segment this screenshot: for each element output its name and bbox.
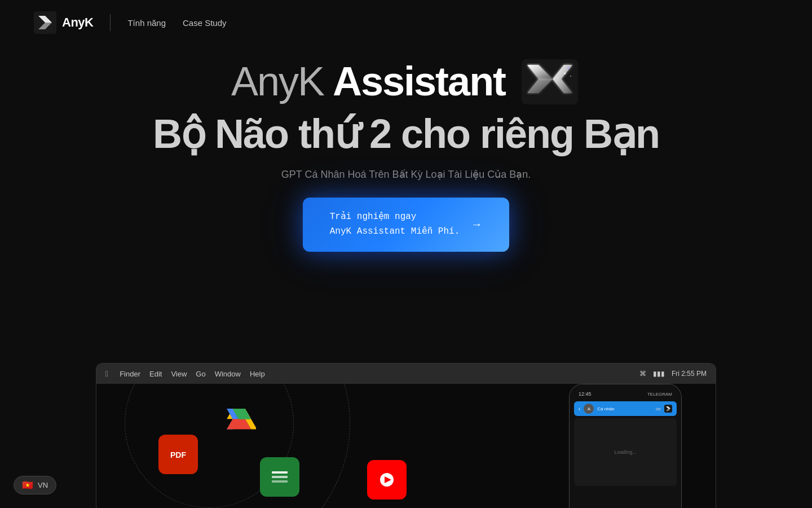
svg-rect-10 [272, 480, 288, 483]
logo[interactable]: AnyK [34, 11, 93, 34]
titlebar-menu:  Finder Edit View Go Window Help [105, 369, 635, 378]
svg-point-3 [564, 73, 566, 75]
menu-view[interactable]: View [166, 370, 191, 378]
flag-icon: 🇻🇳 [22, 480, 33, 491]
logo-icon [34, 11, 56, 34]
hero-cta-text: Trải nghiệm ngay AnyK Assistant Miễn Phí… [330, 210, 460, 239]
app-icon-youtube [367, 460, 407, 500]
menu-go[interactable]: Go [191, 370, 210, 378]
mockup-content: PDF [96, 384, 716, 508]
mockup-titlebar:  Finder Edit View Go Window Help ⌘ ▮▮▮ … [96, 364, 716, 384]
cta-arrow-icon: → [471, 218, 482, 231]
navbar-links: Tính năng Case Study [127, 18, 226, 28]
hero-cta-line1: Trải nghiệm ngay [330, 210, 460, 225]
wifi-icon: ⌘ [639, 370, 646, 378]
svg-point-4 [570, 76, 571, 77]
phone-loading-text: Loading... [614, 449, 637, 455]
hero-brand: AnyK [231, 59, 324, 104]
app-icons-area: PDF [96, 384, 716, 508]
back-icon: ‹ [579, 406, 580, 412]
menu-dots: de [656, 406, 661, 411]
titlebar-right: ⌘ ▮▮▮ Fri 2:55 PM [639, 370, 707, 378]
battery-icon: ▮▮▮ [653, 370, 665, 378]
hero-title-line2: Bộ Não thứ 2 cho riêng Bạn [153, 110, 659, 158]
navbar: AnyK Tính năng Case Study [0, 0, 812, 45]
hero-subtitle: GPT Cá Nhân Hoá Trên Bất Kỳ Loại Tài Liệ… [281, 168, 531, 181]
dashed-circle-2 [96, 384, 350, 508]
phone-screen: 12:45 TELEGRAM ‹ A Cá nhân de [570, 384, 681, 508]
svg-rect-8 [272, 471, 288, 474]
app-icon-sheets [260, 457, 299, 497]
hero-section: AnyK Assistant [0, 45, 812, 252]
menu-finder[interactable]: Finder [115, 370, 145, 378]
phone-header: 12:45 TELEGRAM [574, 389, 677, 399]
lang-text: VN [38, 481, 48, 489]
nav-tinh-nang[interactable]: Tính năng [127, 18, 166, 28]
svg-text:PDF: PDF [170, 450, 186, 459]
hero-logo-3d [519, 56, 581, 107]
mockup-window:  Finder Edit View Go Window Help ⌘ ▮▮▮ … [96, 363, 716, 508]
avatar: A [584, 404, 594, 414]
phone-mockup: 12:45 TELEGRAM ‹ A Cá nhân de [569, 384, 682, 508]
phone-chat-area: Loading... [574, 418, 677, 486]
clock-display: Fri 2:55 PM [672, 370, 707, 378]
svg-point-2 [567, 67, 570, 69]
svg-rect-9 [272, 476, 288, 478]
app-icon-gdrive [220, 401, 260, 440]
phone-time: 12:45 [579, 391, 592, 397]
hero-cta-button[interactable]: Trải nghiệm ngay AnyK Assistant Miễn Phí… [303, 198, 509, 251]
hero-title-line1: AnyK Assistant [231, 56, 581, 107]
menu-edit[interactable]: Edit [145, 370, 166, 378]
phone-anyk-logo [664, 405, 672, 413]
hero-assistant: Assistant [333, 59, 505, 104]
menu-window[interactable]: Window [210, 370, 245, 378]
phone-app-name: Cá nhân [597, 406, 614, 411]
language-badge[interactable]: 🇻🇳 VN [14, 476, 56, 494]
menu-help[interactable]: Help [245, 370, 270, 378]
apple-logo:  [105, 369, 108, 378]
app-icon-pdf: PDF [158, 435, 198, 474]
nav-case-study[interactable]: Case Study [183, 18, 227, 28]
phone-app-header: ‹ A Cá nhân de [574, 401, 677, 416]
navbar-divider [110, 14, 111, 31]
logo-text: AnyK [62, 15, 93, 30]
mockup-section:  Finder Edit View Go Window Help ⌘ ▮▮▮ … [96, 363, 716, 508]
hero-cta-line2: AnyK Assistant Miễn Phí. [330, 225, 460, 239]
telegram-icon: TELEGRAM [647, 392, 672, 397]
